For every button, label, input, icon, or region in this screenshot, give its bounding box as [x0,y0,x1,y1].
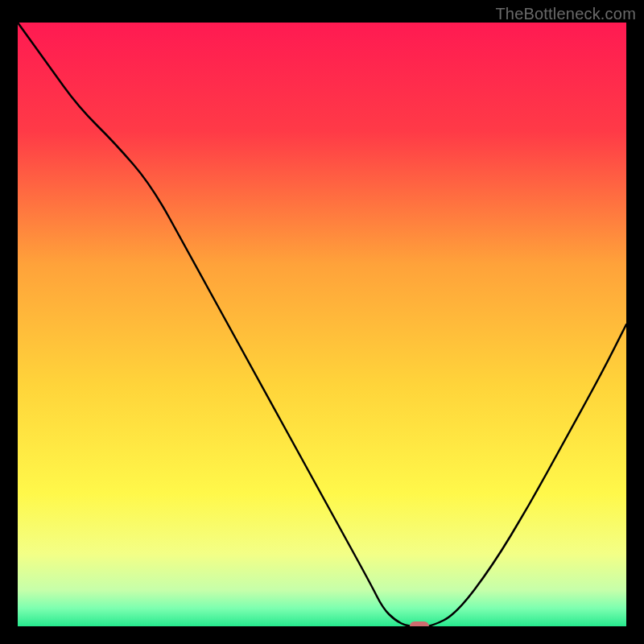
plot-svg [18,23,626,626]
chart-container: TheBottleneck.com [0,0,644,644]
gradient-background [18,23,626,626]
plot-area [18,23,626,626]
optimal-point-marker [410,621,429,626]
watermark-label: TheBottleneck.com [495,5,636,23]
